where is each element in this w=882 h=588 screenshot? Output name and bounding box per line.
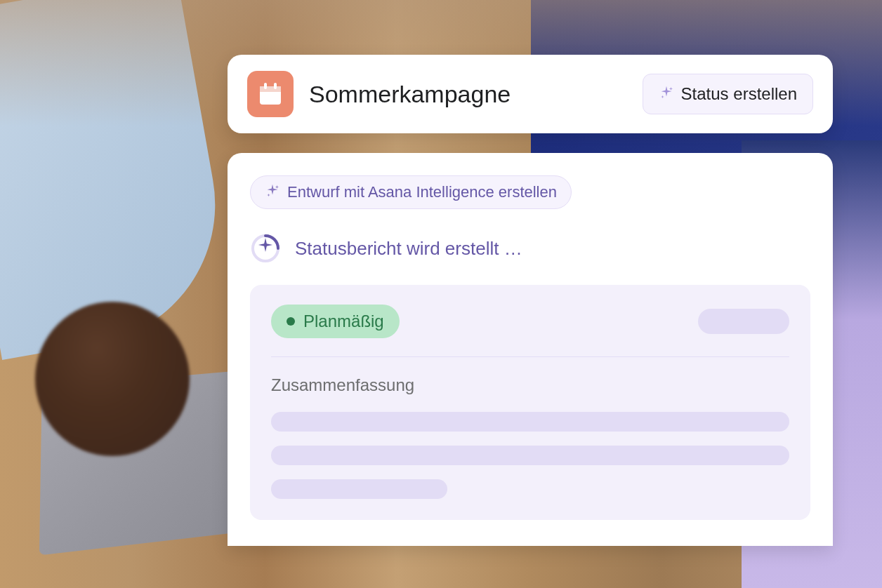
status-pill-on-track[interactable]: Planmäßig (271, 305, 400, 338)
placeholder-skeleton (271, 412, 789, 432)
project-header-card: Sommerkampagne Status erstellen (228, 55, 833, 133)
loading-spinner-icon (250, 233, 281, 264)
status-report-card: Entwurf mit Asana Intelligence erstellen… (228, 153, 833, 546)
create-status-button[interactable]: Status erstellen (643, 74, 813, 114)
report-panel: Planmäßig Zusammenfassung (250, 285, 810, 520)
ai-draft-label: Entwurf mit Asana Intelligence erstellen (287, 183, 557, 201)
generating-status-text: Statusbericht wird erstellt … (295, 238, 522, 260)
placeholder-skeleton (698, 309, 789, 334)
svg-rect-3 (274, 83, 277, 89)
generating-row: Statusbericht wird erstellt … (250, 233, 810, 264)
summary-heading: Zusammenfassung (271, 375, 789, 395)
status-pill-label: Planmäßig (303, 312, 384, 331)
ai-draft-chip[interactable]: Entwurf mit Asana Intelligence erstellen (250, 175, 572, 209)
placeholder-skeleton (271, 446, 789, 465)
sparkle-icon (265, 183, 280, 201)
svg-rect-1 (260, 86, 281, 92)
placeholder-skeleton (271, 479, 447, 499)
summary-skeleton (271, 412, 789, 499)
status-dot-icon (287, 317, 295, 326)
create-status-label: Status erstellen (681, 84, 797, 104)
project-title: Sommerkampagne (309, 81, 627, 108)
project-calendar-icon (247, 71, 294, 117)
divider (271, 356, 789, 357)
svg-rect-2 (264, 83, 267, 89)
sparkle-icon (659, 85, 674, 103)
